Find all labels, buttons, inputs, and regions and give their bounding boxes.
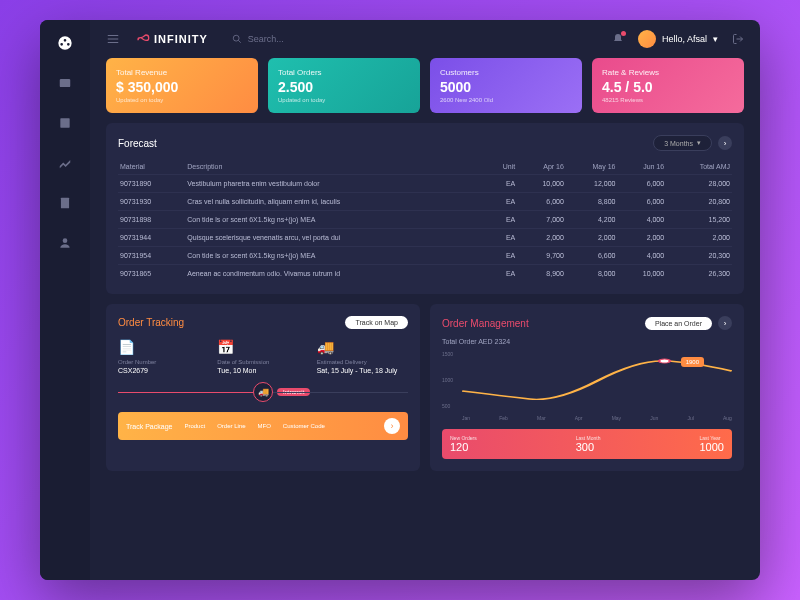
nav-reports[interactable] <box>56 194 74 212</box>
track-order-number: 📄Order NumberCSX2679 <box>118 339 209 374</box>
track-next-button[interactable]: › <box>384 418 400 434</box>
nav-users[interactable] <box>56 234 74 252</box>
tracking-panel: Order Tracking Track on Map 📄Order Numbe… <box>106 304 420 471</box>
table-header: Jun 16 <box>618 159 667 175</box>
user-menu[interactable]: Hello, Afsal ▾ <box>638 30 718 48</box>
forecast-next-button[interactable]: › <box>718 136 732 150</box>
chart-y-axis: 1500 1000 500 <box>442 351 453 409</box>
app-window: INFINITY Search... Hello, Afsal ▾ Total … <box>40 20 760 580</box>
table-header: Apr 16 <box>517 159 566 175</box>
svg-point-3 <box>63 238 68 243</box>
forecast-header: Forecast 3 Months▾ › <box>118 135 732 151</box>
header: INFINITY Search... Hello, Afsal ▾ <box>90 20 760 58</box>
table-header: Description <box>185 159 485 175</box>
mgmt-stat-month: Last Month300 <box>576 435 601 453</box>
nav-analytics[interactable] <box>56 154 74 172</box>
mgmt-footer: New Orders120 Last Month300 Last Year100… <box>442 429 732 459</box>
brand-text: INFINITY <box>154 33 208 45</box>
management-panel: Order Management Place an Order › Total … <box>430 304 744 471</box>
main: INFINITY Search... Hello, Afsal ▾ Total … <box>90 20 760 580</box>
menu-icon[interactable] <box>106 32 120 46</box>
track-delivery: 🚚Estimated DeliverySat, 15 July - Tue, 1… <box>317 339 408 374</box>
mgmt-stat-new: New Orders120 <box>450 435 477 453</box>
total-order-label: Total Order AED 2324 <box>442 338 732 345</box>
table-row[interactable]: 90731930Cras vel nulla sollicitudin, ali… <box>118 193 732 211</box>
nav-orders[interactable] <box>56 74 74 92</box>
stat-orders[interactable]: Total Orders2.500Updated on today <box>268 58 420 113</box>
table-header: Unit <box>486 159 518 175</box>
tracking-title: Order Tracking <box>118 317 184 328</box>
table-header: May 16 <box>566 159 618 175</box>
stat-customers[interactable]: Customers50002600 New 2400 Old <box>430 58 582 113</box>
track-map-button[interactable]: Track on Map <box>345 316 408 329</box>
svg-rect-1 <box>60 118 69 127</box>
track-footer: Track Package Product Order Line MFO Cus… <box>118 412 408 440</box>
stats-row: Total Revenue$ 350,000Updated on today T… <box>106 58 744 113</box>
management-title: Order Management <box>442 318 529 329</box>
nav-products[interactable] <box>56 114 74 132</box>
chevron-down-icon: ▾ <box>697 139 701 147</box>
svg-point-5 <box>659 359 670 363</box>
stat-revenue[interactable]: Total Revenue$ 350,000Updated on today <box>106 58 258 113</box>
search-placeholder: Search... <box>248 34 284 44</box>
sidebar <box>40 20 90 580</box>
svg-point-4 <box>233 35 239 41</box>
table-row[interactable]: 90731944Quisque scelerisque venenatis ar… <box>118 229 732 247</box>
table-row[interactable]: 90731865Aenean ac condimentum odio. Viva… <box>118 265 732 283</box>
forecast-table: MaterialDescriptionUnitApr 16May 16Jun 1… <box>118 159 732 282</box>
truck-progress-icon: 🚚 <box>253 382 273 402</box>
progress-bar: 🚚 Intransit <box>118 382 408 402</box>
svg-rect-0 <box>60 79 71 87</box>
mgmt-next-button[interactable]: › <box>718 316 732 330</box>
forecast-title: Forecast <box>118 138 157 149</box>
stat-reviews[interactable]: Rate & Reviews4.5 / 5.048215 Reviews <box>592 58 744 113</box>
calendar-icon: 📅 <box>217 339 308 355</box>
content: Total Revenue$ 350,000Updated on today T… <box>90 58 760 580</box>
document-icon: 📄 <box>118 339 209 355</box>
avatar <box>638 30 656 48</box>
notification-icon[interactable] <box>612 33 624 45</box>
logo: INFINITY <box>134 33 208 45</box>
chevron-down-icon: ▾ <box>713 34 718 44</box>
search-icon <box>232 34 242 44</box>
table-header: Material <box>118 159 185 175</box>
place-order-button[interactable]: Place an Order <box>645 317 712 330</box>
truck-icon: 🚚 <box>317 339 408 355</box>
table-row[interactable]: 90731898Con tide ls or scent 6X1.5kg ns+… <box>118 211 732 229</box>
chart-peak-badge: 1900 <box>681 357 704 367</box>
table-row[interactable]: 90731954Con tide ls or scent 6X1.5kg ns+… <box>118 247 732 265</box>
search-box[interactable]: Search... <box>232 34 284 44</box>
header-right: Hello, Afsal ▾ <box>612 30 744 48</box>
logout-icon[interactable] <box>732 33 744 45</box>
forecast-panel: Forecast 3 Months▾ › MaterialDescription… <box>106 123 744 294</box>
infinity-icon <box>134 34 150 44</box>
track-submission: 📅Date of SubmissionTue, 10 Mon <box>217 339 308 374</box>
nav-dashboard[interactable] <box>56 34 74 52</box>
svg-rect-2 <box>61 198 69 209</box>
chart-x-axis: JanFebMarAprMayJunJulAug <box>462 415 732 421</box>
mgmt-stat-year: Last Year1000 <box>700 435 724 453</box>
table-row[interactable]: 90731890Vestibulum pharetra enim vestibu… <box>118 175 732 193</box>
tracking-info: 📄Order NumberCSX2679 📅Date of Submission… <box>118 339 408 374</box>
range-dropdown[interactable]: 3 Months▾ <box>653 135 712 151</box>
greeting-text: Hello, Afsal <box>662 34 707 44</box>
order-chart: 1500 1000 500 1900 JanFebMarAprMayJunJul… <box>442 351 732 421</box>
bottom-row: Order Tracking Track on Map 📄Order Numbe… <box>106 304 744 481</box>
table-header: Total AMJ <box>666 159 732 175</box>
